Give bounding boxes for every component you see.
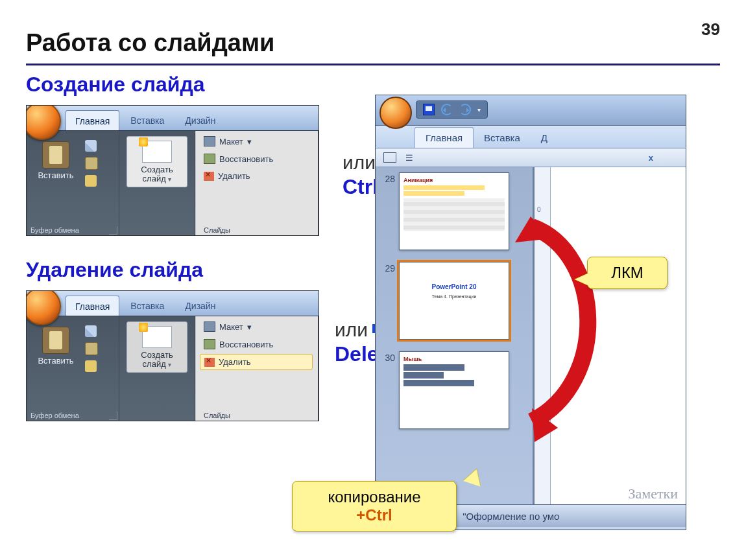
clipboard-icon [42, 327, 69, 354]
dialog-launcher-icon[interactable] [109, 412, 117, 420]
notes-label: Заметки [628, 485, 678, 502]
vertical-ruler: 0 [535, 167, 551, 504]
quick-access-toolbar: ▾ [416, 100, 488, 119]
pane-close-icon[interactable]: x [649, 153, 653, 163]
new-slide-label-2: слайд [143, 359, 166, 369]
callout-copy: копирование +Ctrl [292, 481, 457, 531]
new-slide-label-1: Создать [141, 165, 173, 174]
callout-lkm-text: ЛКМ [611, 264, 644, 281]
delete-icon [204, 172, 214, 181]
save-icon[interactable] [423, 104, 435, 115]
slide-thumbnails-pane[interactable]: 28 Анимация 29 PowerPoint 20 Тема 4. Пре… [376, 167, 533, 504]
slide-thumb-30[interactable]: Мышь [399, 351, 509, 429]
new-slide-icon [142, 141, 172, 163]
layout-button[interactable]: Макет ▾ [200, 134, 313, 149]
delete-button-hover[interactable]: Удалить [200, 354, 313, 370]
slide-thumb-28[interactable]: Анимация [399, 172, 509, 250]
slide-thumb-29-selected[interactable]: PowerPoint 20 Тема 4. Презентации [399, 262, 509, 340]
reset-button[interactable]: Восстановить [200, 336, 313, 352]
tab-design[interactable]: Дизайн [175, 295, 225, 316]
heading-delete-slide: Удаление слайда [26, 258, 203, 282]
delete-icon [204, 358, 215, 367]
ribbon-delete-screenshot: Главная Вставка Дизайн Вставить Буфер об… [26, 290, 319, 421]
group-clipboard-label: Буфер обмена [30, 224, 115, 236]
title-rule [26, 64, 720, 65]
page-title: Работа со слайдами [26, 29, 274, 57]
tab-design[interactable]: Дизайн [175, 110, 225, 130]
paste-label: Вставить [38, 356, 73, 366]
new-slide-button[interactable]: Создать слайд ▾ [126, 321, 187, 373]
group-clipboard-label: Буфер обмена [30, 410, 115, 421]
outline-view-icon[interactable]: ☰ [405, 153, 417, 162]
paste-label: Вставить [38, 170, 73, 180]
tab-design[interactable]: Д [531, 128, 558, 148]
group-slides-label: Слайды [200, 410, 313, 421]
reset-button[interactable]: Восстановить [200, 151, 313, 167]
page-number: 39 [701, 19, 720, 40]
tab-home[interactable]: Главная [66, 296, 119, 316]
dialog-launcher-icon[interactable] [109, 226, 117, 235]
qat-dropdown-icon[interactable]: ▾ [477, 106, 481, 113]
undo-icon[interactable] [441, 104, 453, 115]
new-slide-button[interactable]: Создать слайд ▾ [126, 136, 187, 187]
format-painter-icon[interactable] [85, 360, 97, 372]
ribbon-create-screenshot: Главная Вставка Дизайн Вставить Буфер об… [26, 105, 319, 236]
callout-copy-line1: копирование [328, 488, 420, 506]
cut-icon[interactable] [85, 325, 97, 337]
reset-icon [204, 339, 215, 349]
group-slides-label: Слайды [200, 224, 313, 236]
layout-icon [204, 136, 215, 146]
or-label-1: или [343, 152, 376, 174]
redo-icon[interactable] [459, 104, 471, 115]
reset-icon [204, 154, 215, 164]
layout-icon [204, 321, 215, 332]
tab-home[interactable]: Главная [66, 110, 119, 130]
callout-lkm: ЛКМ [587, 257, 668, 289]
format-painter-icon[interactable] [85, 175, 97, 187]
powerpoint-window: ▾ Главная Вставка Д ☰ x 28 Анимация 29 P… [375, 95, 686, 530]
cut-icon[interactable] [85, 140, 97, 152]
thumb29-title: PowerPoint 20 [403, 283, 505, 290]
clipboard-icon [42, 141, 69, 169]
paste-button[interactable]: Вставить [30, 323, 81, 366]
tab-insert[interactable]: Вставка [121, 295, 174, 316]
thumb-number-29: 29 [378, 262, 395, 274]
heading-create-slide: Создание слайда [26, 73, 205, 97]
or-label-2: или [335, 319, 368, 341]
new-slide-icon [142, 326, 172, 348]
thumb29-sub: Тема 4. Презентации [403, 294, 505, 299]
new-slide-label-1: Создать [141, 350, 173, 360]
callout-copy-line2: +Ctrl [303, 506, 446, 524]
new-slide-label-2: слайд [143, 174, 166, 183]
thumb-number-30: 30 [378, 351, 395, 363]
slide-editor-area[interactable]: 0 [533, 167, 686, 504]
tab-home[interactable]: Главная [415, 127, 474, 148]
paste-button[interactable]: Вставить [30, 137, 81, 180]
copy-icon[interactable] [85, 342, 98, 355]
status-theme: "Оформление по умо [463, 511, 559, 522]
delete-button[interactable]: Удалить [200, 169, 313, 183]
thumb-number-28: 28 [378, 172, 395, 184]
office-button-icon[interactable] [379, 97, 412, 129]
tab-insert[interactable]: Вставка [474, 128, 531, 148]
slides-view-icon[interactable] [383, 152, 396, 163]
copy-icon[interactable] [85, 157, 98, 170]
layout-button[interactable]: Макет ▾ [200, 319, 313, 334]
tab-insert[interactable]: Вставка [121, 110, 174, 130]
